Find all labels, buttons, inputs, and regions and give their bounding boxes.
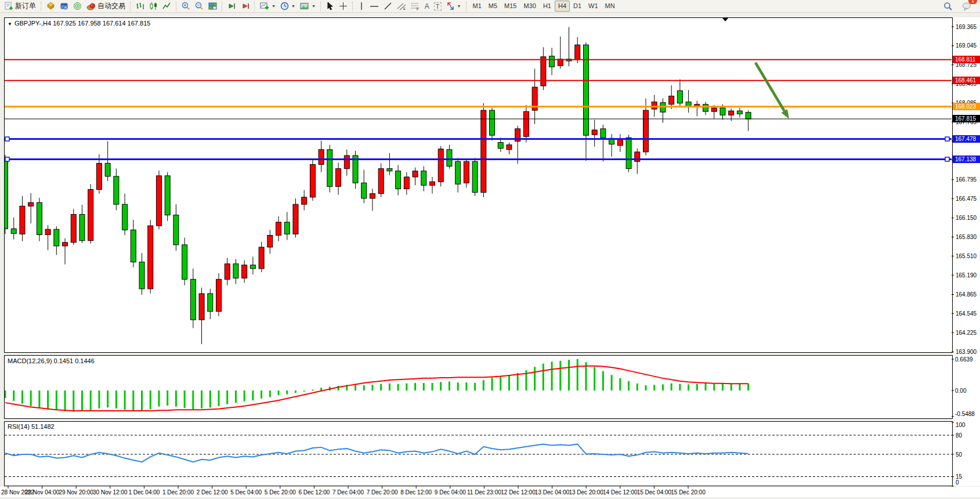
text-tool-icon: A: [425, 2, 429, 10]
search-icon: [943, 2, 953, 11]
text-tool-button[interactable]: A: [422, 0, 432, 13]
arrow-objects-icon: [446, 2, 455, 10]
indicators-button[interactable]: [44, 0, 57, 13]
radar-icon: [73, 2, 82, 10]
signals-button[interactable]: [71, 0, 84, 13]
zoom-in-button[interactable]: [179, 0, 193, 13]
zoom-out-icon: [195, 2, 204, 10]
dropdown-caret: ▼: [312, 4, 316, 8]
text-label-tool-button[interactable]: T: [432, 0, 444, 13]
separator: [41, 2, 42, 11]
blue-window-icon: [60, 2, 68, 10]
profiles-button[interactable]: ▼: [278, 0, 298, 13]
rsi-panel[interactable]: [4, 421, 953, 486]
timeframe-button-m15[interactable]: M15: [501, 1, 520, 12]
new-order-label: 新订单: [15, 1, 36, 11]
separator: [352, 2, 353, 11]
horizontal-line-icon: [370, 2, 379, 10]
text-label-tool-icon: T: [434, 2, 442, 10]
separator: [320, 2, 321, 11]
chat-button[interactable]: 1: [960, 0, 974, 13]
chart-shift-icon: [241, 2, 249, 10]
separator: [130, 2, 131, 11]
svg-text:E: E: [403, 7, 406, 10]
zoom-out-button[interactable]: [193, 0, 206, 13]
timeframe-button-h4[interactable]: H4: [555, 1, 570, 12]
timeframe-button-m1[interactable]: M1: [469, 1, 485, 12]
chart-shift-button[interactable]: [238, 0, 252, 13]
timeframe-switcher: M1M5M15M30H1H4D1W1MN: [469, 1, 619, 12]
chart-title: ▼GBPJPY-,H4 167.925 167.958 167.614 167.…: [8, 20, 150, 27]
new-order-button[interactable]: 新订单: [2, 0, 38, 13]
cursor-icon: [326, 2, 334, 10]
price-axis[interactable]: [953, 17, 980, 486]
crosshair-icon: [339, 2, 348, 10]
candlestick-chart-button[interactable]: [147, 0, 160, 13]
yellow-cube-icon: [46, 2, 55, 10]
trendline-tool-button[interactable]: [381, 0, 395, 13]
fibonacci-icon: F: [411, 2, 420, 10]
line-chart-button[interactable]: [160, 0, 173, 13]
market-watch-button[interactable]: [57, 0, 71, 13]
line-chart-icon: [162, 2, 171, 10]
separator: [176, 2, 177, 11]
template-icon: [300, 2, 309, 10]
equidistant-channel-icon: E: [397, 2, 406, 10]
new-chart-button[interactable]: ▼: [258, 0, 278, 13]
bar-chart-button[interactable]: [133, 0, 147, 13]
tile-windows-icon: [208, 2, 217, 10]
separator: [222, 2, 223, 11]
tile-windows-button[interactable]: [206, 0, 219, 13]
macd-indicator-label: MACD(12,26,9) 0.1451 0.1446: [8, 357, 95, 364]
dropdown-caret: ▼: [291, 4, 295, 8]
crosshair-tool-button[interactable]: [337, 0, 350, 13]
time-axis[interactable]: [0, 487, 980, 497]
auto-scroll-button[interactable]: [225, 0, 238, 13]
main-chart-panel[interactable]: [4, 17, 953, 353]
trendline-icon: [384, 2, 392, 10]
timeframe-button-mn[interactable]: MN: [602, 1, 619, 12]
dropdown-caret: ▼: [457, 4, 461, 8]
clock-icon: [280, 2, 289, 10]
search-button[interactable]: [941, 0, 955, 13]
cursor-tool-button[interactable]: [324, 0, 337, 13]
vertical-line-icon: [358, 2, 365, 10]
rsi-indicator-label: RSI(14) 51.1482: [8, 423, 55, 430]
zoom-in-icon: [182, 2, 190, 10]
mt4-window: 新订单 自动交易: [0, 0, 980, 499]
new-chart-icon: [260, 2, 269, 10]
arrows-tool-button[interactable]: ▼: [444, 0, 464, 13]
candlestick-chart-icon: [149, 2, 158, 10]
bar-chart-icon: [136, 2, 144, 10]
channel-tool-button[interactable]: E: [395, 0, 408, 13]
auto-trading-label: 自动交易: [97, 1, 125, 11]
timeframe-button-w1[interactable]: W1: [585, 1, 602, 12]
auto-trading-icon: [86, 2, 96, 10]
timeframe-button-m30[interactable]: M30: [520, 1, 539, 12]
separator: [254, 2, 255, 11]
new-order-icon: [5, 2, 13, 10]
svg-text:F: F: [417, 7, 419, 11]
notification-badge: 1: [968, 0, 977, 4]
horizontal-line-tool-button[interactable]: [367, 0, 381, 13]
timeframe-button-d1[interactable]: D1: [570, 1, 585, 12]
timeframe-button-h1[interactable]: H1: [540, 1, 555, 12]
timeframe-button-m5[interactable]: M5: [485, 1, 501, 12]
auto-trading-button[interactable]: 自动交易: [84, 0, 128, 13]
vertical-line-tool-button[interactable]: [356, 0, 367, 13]
toolbar: 新订单 自动交易: [0, 0, 980, 13]
dropdown-caret: ▼: [272, 4, 276, 8]
chart-collapse-icon: ▼: [8, 21, 12, 27]
auto-scroll-icon: [227, 2, 236, 10]
macd-panel[interactable]: [4, 355, 953, 419]
separator: [466, 2, 467, 11]
fibonacci-tool-button[interactable]: F: [408, 0, 422, 13]
templates-button[interactable]: ▼: [298, 0, 318, 13]
